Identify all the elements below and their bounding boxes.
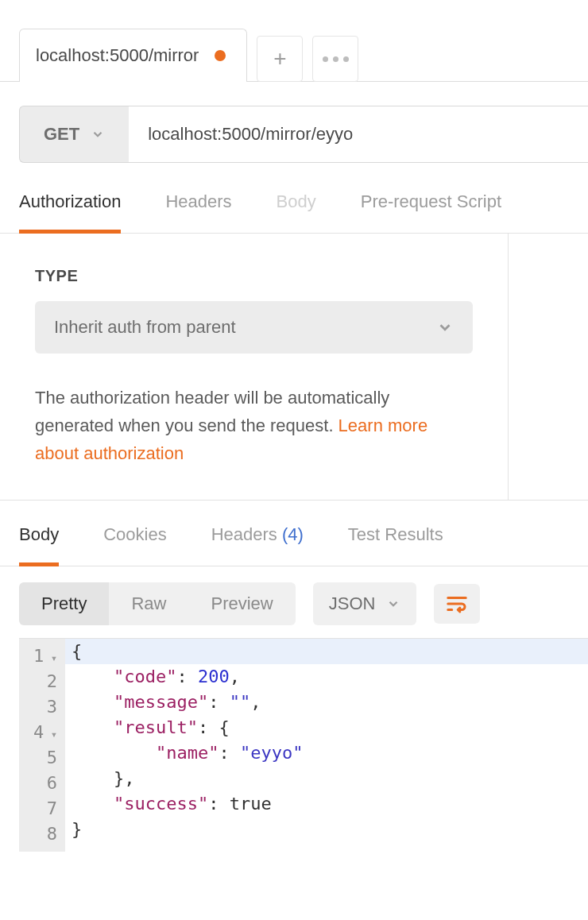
response-format-label: JSON (329, 593, 376, 614)
line-number: 5 (33, 745, 57, 771)
response-headers-count: (4) (282, 524, 304, 544)
code-line: "result": { (65, 715, 588, 740)
view-mode-pretty[interactable]: Pretty (19, 582, 109, 625)
chevron-down-icon (386, 597, 400, 611)
ellipsis-icon (323, 56, 349, 62)
view-mode-preview[interactable]: Preview (188, 582, 295, 625)
unsaved-indicator-icon (215, 50, 226, 61)
response-viewer-toolbar: Pretty Raw Preview JSON (0, 566, 588, 638)
response-tabs: Body Cookies Headers (4) Test Results (0, 501, 588, 566)
view-mode-raw[interactable]: Raw (109, 582, 188, 625)
http-method-select[interactable]: GET (19, 106, 129, 163)
auth-type-select[interactable]: Inherit auth from parent (35, 301, 473, 354)
tab-authorization[interactable]: Authorization (19, 191, 121, 234)
http-method-label: GET (44, 124, 79, 145)
line-number: 8 (33, 821, 57, 847)
request-tab-active[interactable]: localhost:5000/mirror (19, 29, 247, 82)
response-tab-test-results[interactable]: Test Results (348, 524, 443, 566)
line-number: 1 (33, 644, 57, 669)
line-number: 2 (33, 669, 57, 694)
code-line: "name": "eyyo" (65, 740, 588, 766)
response-tab-cookies[interactable]: Cookies (103, 524, 166, 566)
tab-bar: localhost:5000/mirror + (0, 0, 588, 82)
request-url-input[interactable] (129, 106, 588, 163)
response-code-body[interactable]: { "code": 200, "message": "", "result": … (65, 639, 588, 852)
line-number: 3 (33, 694, 57, 720)
line-number: 4 (33, 720, 57, 745)
tab-options-button[interactable] (312, 36, 358, 82)
tab-headers[interactable]: Headers (165, 191, 231, 233)
response-tab-body[interactable]: Body (19, 524, 59, 566)
auth-type-value: Inherit auth from parent (54, 317, 236, 338)
response-section: Body Cookies Headers (4) Test Results Pr… (0, 500, 588, 852)
auth-description: The authorization header will be automat… (35, 384, 473, 468)
line-number-gutter: 12345678 (19, 639, 65, 852)
response-code-viewer: 12345678 { "code": 200, "message": "", "… (19, 638, 588, 852)
toggle-line-wrap-button[interactable] (434, 584, 480, 624)
tab-prerequest-script[interactable]: Pre-request Script (361, 191, 501, 233)
authorization-panel: TYPE Inherit auth from parent The author… (0, 234, 509, 500)
code-line: "message": "", (65, 690, 588, 715)
request-tab-label: localhost:5000/mirror (36, 45, 199, 66)
tab-body[interactable]: Body (277, 191, 316, 233)
line-number: 7 (33, 796, 57, 821)
chevron-down-icon (436, 319, 454, 336)
code-line: "success": true (65, 791, 588, 817)
code-line: } (65, 817, 588, 842)
response-tab-headers-label: Headers (211, 524, 277, 544)
code-line: "code": 200, (65, 664, 588, 690)
response-tab-headers[interactable]: Headers (4) (211, 524, 304, 566)
plus-icon: + (273, 48, 286, 70)
request-url-row: GET (19, 106, 588, 163)
view-mode-segment: Pretty Raw Preview (19, 582, 296, 625)
code-line: }, (65, 766, 588, 791)
request-tabs: Authorization Headers Body Pre-request S… (0, 163, 588, 234)
auth-type-label: TYPE (35, 267, 473, 285)
wrap-lines-icon (445, 592, 469, 616)
response-format-select[interactable]: JSON (313, 582, 417, 625)
code-line: { (65, 639, 588, 664)
new-tab-button[interactable]: + (257, 36, 303, 82)
line-number: 6 (33, 771, 57, 796)
auth-description-text: The authorization header will be automat… (35, 388, 389, 435)
chevron-down-icon (91, 127, 105, 141)
